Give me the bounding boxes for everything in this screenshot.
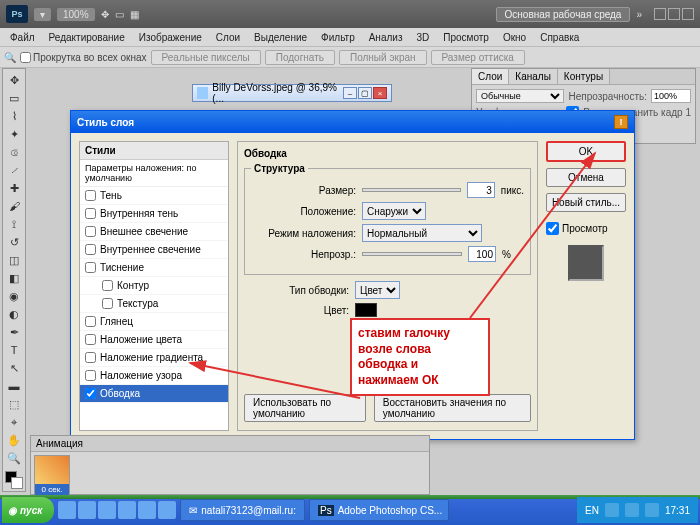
heal-tool-icon[interactable]: ✚ <box>3 179 25 197</box>
crop-tool-icon[interactable]: ⟃ <box>3 143 25 161</box>
item-gradient-overlay[interactable]: Наложение градиента <box>80 349 228 367</box>
gradient-tool-icon[interactable]: ◧ <box>3 269 25 287</box>
lang-indicator[interactable]: EN <box>585 505 599 516</box>
alert-icon[interactable]: ! <box>614 115 628 129</box>
history-brush-icon[interactable]: ↺ <box>3 233 25 251</box>
item-shadow[interactable]: Тень <box>80 187 228 205</box>
position-select[interactable]: Снаружи <box>362 202 426 220</box>
item-pattern-overlay[interactable]: Наложение узора <box>80 367 228 385</box>
shape-tool-icon[interactable]: ▬ <box>3 377 25 395</box>
new-style-button[interactable]: Новый стиль... <box>546 193 626 212</box>
frame-thumb[interactable]: 0 сек. <box>34 455 70 496</box>
stroke-opacity-input[interactable] <box>468 246 496 262</box>
stamp-tool-icon[interactable]: ⟟ <box>3 215 25 233</box>
menu-select[interactable]: Выделение <box>248 31 313 44</box>
doc-min-icon[interactable]: – <box>343 87 357 99</box>
dialog-title-bar[interactable]: Стиль слоя ! <box>71 111 634 133</box>
opacity-slider[interactable] <box>362 252 462 256</box>
move-tool-icon[interactable]: ✥ <box>3 71 25 89</box>
tab-layers[interactable]: Слои <box>472 69 509 84</box>
fill-type-select[interactable]: Цвет <box>355 281 400 299</box>
color-swatch[interactable] <box>5 471 23 489</box>
color-swatch[interactable] <box>355 303 377 317</box>
minimize-icon[interactable] <box>654 8 666 20</box>
tray-icon[interactable] <box>645 503 659 517</box>
marquee-tool-icon[interactable]: ▭ <box>3 89 25 107</box>
menu-view[interactable]: Просмотр <box>437 31 495 44</box>
item-contour[interactable]: Контур <box>80 277 228 295</box>
print-size-button[interactable]: Размер оттиска <box>431 50 525 65</box>
frame-duration[interactable]: 0 сек. <box>35 484 69 495</box>
ql-icon[interactable] <box>118 501 136 519</box>
tray-icon[interactable] <box>625 503 639 517</box>
preview-checkbox[interactable] <box>546 222 559 235</box>
type-tool-icon[interactable]: T <box>3 341 25 359</box>
doc-close-icon[interactable]: × <box>373 87 387 99</box>
start-button[interactable]: ◉пуск <box>2 497 54 523</box>
dodge-tool-icon[interactable]: ◐ <box>3 305 25 323</box>
ql-icon[interactable] <box>98 501 116 519</box>
3d-tool-icon[interactable]: ⬚ <box>3 395 25 413</box>
scroll-all-checkbox[interactable]: Прокрутка во всех окнах <box>20 52 147 63</box>
item-bevel[interactable]: Тиснение <box>80 259 228 277</box>
tray-icon[interactable] <box>605 503 619 517</box>
menu-layer[interactable]: Слои <box>210 31 246 44</box>
blending-options-row[interactable]: Параметры наложения: по умолчанию <box>80 160 228 187</box>
menu-window[interactable]: Окно <box>497 31 532 44</box>
eraser-tool-icon[interactable]: ◫ <box>3 251 25 269</box>
ql-icon[interactable] <box>78 501 96 519</box>
item-satin[interactable]: Глянец <box>80 313 228 331</box>
reset-default-button[interactable]: Восстановить значения по умолчанию <box>374 394 531 422</box>
task-item-mail[interactable]: ✉natali73123@mail.ru: <box>180 499 305 521</box>
menu-3d[interactable]: 3D <box>410 31 435 44</box>
tab-paths[interactable]: Контуры <box>558 69 610 84</box>
lasso-tool-icon[interactable]: ⌇ <box>3 107 25 125</box>
menu-help[interactable]: Справка <box>534 31 585 44</box>
item-inner-shadow[interactable]: Внутренняя тень <box>80 205 228 223</box>
pen-tool-icon[interactable]: ✒ <box>3 323 25 341</box>
workspace-switch-button[interactable]: Основная рабочая среда <box>496 7 631 22</box>
path-tool-icon[interactable]: ↖ <box>3 359 25 377</box>
item-outer-glow[interactable]: Внешнее свечение <box>80 223 228 241</box>
ok-button[interactable]: OK <box>546 141 626 162</box>
item-color-overlay[interactable]: Наложение цвета <box>80 331 228 349</box>
blend-select[interactable]: Нормальный <box>362 224 482 242</box>
blend-mode-select[interactable]: Обычные <box>476 89 564 103</box>
animation-tab[interactable]: Анимация <box>36 438 83 449</box>
tab-channels[interactable]: Каналы <box>509 69 558 84</box>
blur-tool-icon[interactable]: ◉ <box>3 287 25 305</box>
maximize-icon[interactable] <box>668 8 680 20</box>
ql-icon[interactable] <box>58 501 76 519</box>
cancel-button[interactable]: Отмена <box>546 168 626 187</box>
brush-tool-icon[interactable]: 🖌 <box>3 197 25 215</box>
styles-header[interactable]: Стили <box>80 142 228 160</box>
close-icon[interactable] <box>682 8 694 20</box>
collapse-icon[interactable]: » <box>636 9 642 20</box>
menu-image[interactable]: Изображение <box>133 31 208 44</box>
doc-dropdown[interactable]: ▾ <box>34 8 51 21</box>
make-default-button[interactable]: Использовать по умолчанию <box>244 394 366 422</box>
item-stroke[interactable]: Обводка <box>80 385 228 403</box>
eyedropper-tool-icon[interactable]: ⟋ <box>3 161 25 179</box>
view-icon[interactable]: ▭ <box>115 9 124 20</box>
ql-icon[interactable] <box>158 501 176 519</box>
hand-tool-icon[interactable]: ✥ <box>101 9 109 20</box>
menu-filter[interactable]: Фильтр <box>315 31 361 44</box>
menu-file[interactable]: Файл <box>4 31 41 44</box>
doc-max-icon[interactable]: ▢ <box>358 87 372 99</box>
menu-analysis[interactable]: Анализ <box>363 31 409 44</box>
fit-button[interactable]: Подогнать <box>265 50 335 65</box>
item-texture[interactable]: Текстура <box>80 295 228 313</box>
full-screen-button[interactable]: Полный экран <box>339 50 427 65</box>
task-item-photoshop[interactable]: PsAdobe Photoshop CS... <box>309 499 449 521</box>
item-inner-glow[interactable]: Внутреннее свечение <box>80 241 228 259</box>
ql-icon[interactable] <box>138 501 156 519</box>
zoom-tool-icon[interactable]: 🔍 <box>3 449 25 467</box>
zoom-tool-icon[interactable]: 🔍 <box>4 52 16 63</box>
3d-cam-icon[interactable]: ⌖ <box>3 413 25 431</box>
zoom-level[interactable]: 100% <box>57 8 95 21</box>
menu-edit[interactable]: Редактирование <box>43 31 131 44</box>
size-input[interactable] <box>467 182 495 198</box>
hand-tool-icon[interactable]: ✋ <box>3 431 25 449</box>
size-slider[interactable] <box>362 188 461 192</box>
